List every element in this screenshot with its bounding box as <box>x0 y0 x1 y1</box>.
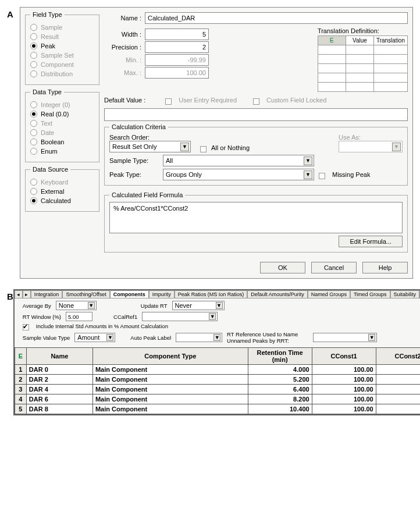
rt-reference-select[interactable]: ▼ <box>313 333 377 342</box>
user-entry-checkbox <box>165 98 172 105</box>
tab-scroll-left[interactable]: ◂ <box>15 290 23 298</box>
tab-suitability[interactable]: Suitability <box>390 290 420 298</box>
radio-enum[interactable] <box>30 148 37 155</box>
table-row[interactable]: 3 DAR 4 Main Component 6.400 100.00 4.00 <box>15 385 420 394</box>
cell-cconst1[interactable]: 100.00 <box>312 365 376 375</box>
radio-external[interactable] <box>30 188 37 195</box>
row-number: 1 <box>15 365 26 375</box>
auto-peak-label-label: Auto Peak Label <box>130 335 171 341</box>
radio-date-label: Date <box>41 129 54 136</box>
radio-boolean-label: Boolean <box>41 138 64 145</box>
edit-formula-button[interactable]: Edit Formula... <box>339 236 403 247</box>
cell-rt[interactable]: 10.400 <box>248 404 312 414</box>
cell-name[interactable]: DAR 4 <box>26 385 92 394</box>
col-retention-time[interactable]: Retention Time (min) <box>248 348 312 365</box>
tab-named-groups[interactable]: Named Groups <box>308 290 350 298</box>
all-or-nothing-checkbox[interactable] <box>200 146 207 152</box>
tab-integration[interactable]: Integration <box>31 290 63 298</box>
cell-name[interactable]: DAR 8 <box>26 404 92 414</box>
cell-cconst1[interactable]: 100.00 <box>312 404 376 414</box>
sample-value-type-select[interactable]: Amount ▼ <box>74 333 115 342</box>
tab-impurity[interactable]: Impurity <box>149 290 175 298</box>
cancel-button[interactable]: Cancel <box>311 262 357 273</box>
tab-timed-groups[interactable]: Timed Groups <box>350 290 390 298</box>
cell-type[interactable]: Main Component <box>92 404 248 414</box>
rt-window-label: RT Window (%) <box>23 314 61 320</box>
average-by-label: Average By <box>23 303 51 309</box>
ok-button[interactable]: OK <box>260 262 305 273</box>
tab-components[interactable]: Components <box>110 290 149 298</box>
col-cconst2[interactable]: CConst2 <box>376 348 420 365</box>
dropdown-arrow-icon: ▼ <box>304 157 312 165</box>
col-cconst1[interactable]: CConst1 <box>312 348 376 365</box>
translation-table: E Value Translation <box>318 35 408 92</box>
calculated-field-formula-group: Calculated Field Formula % Area/CConst1*… <box>104 191 408 253</box>
cell-rt[interactable]: 8.200 <box>248 394 312 404</box>
cell-cconst2[interactable]: 8.00 <box>376 404 420 414</box>
cell-cconst1[interactable]: 100.00 <box>312 394 376 404</box>
radio-real[interactable] <box>30 111 37 118</box>
table-row[interactable]: 2 DAR 2 Main Component 5.200 100.00 2.00 <box>15 375 420 385</box>
dropdown-arrow-icon: ▼ <box>213 334 220 341</box>
cell-cconst1[interactable]: 100.00 <box>312 385 376 394</box>
sample-type-value: All <box>166 157 173 164</box>
cell-name[interactable]: DAR 6 <box>26 394 92 404</box>
cell-rt[interactable]: 6.400 <box>248 385 312 394</box>
table-row[interactable]: 1 DAR 0 Main Component 4.000 100.00 0.00 <box>15 365 420 375</box>
all-or-nothing-label: All or Nothing <box>211 144 250 151</box>
cell-rt[interactable]: 5.200 <box>248 375 312 385</box>
average-by-select[interactable]: None ▼ <box>56 301 97 310</box>
search-order-select[interactable]: Result Set Only ▼ <box>109 141 191 152</box>
default-value-label: Default Value : <box>104 97 145 104</box>
col-component-type[interactable]: Component Type <box>92 348 248 365</box>
radio-calculated-label: Calculated <box>41 197 71 204</box>
tab-peak-ratios[interactable]: Peak Ratios (MS Ion Ratios) <box>175 290 248 298</box>
ccalref1-select[interactable]: ▼ <box>142 312 218 321</box>
table-row[interactable]: 5 DAR 8 Main Component 10.400 100.00 8.0… <box>15 404 420 414</box>
missing-peak-checkbox[interactable] <box>319 173 325 179</box>
sample-value-type-value: Amount <box>77 334 99 341</box>
cell-type[interactable]: Main Component <box>92 394 248 404</box>
include-internal-checkbox[interactable] <box>23 324 29 330</box>
radio-calculated[interactable] <box>30 197 37 204</box>
cell-type[interactable]: Main Component <box>92 375 248 385</box>
radio-peak[interactable] <box>30 42 37 49</box>
max-label: Max. : <box>104 69 141 76</box>
name-input[interactable] <box>145 12 408 24</box>
cell-cconst2[interactable]: 2.00 <box>376 375 420 385</box>
cell-cconst2[interactable]: 0.00 <box>376 365 420 375</box>
dropdown-arrow-icon: ▼ <box>304 170 312 179</box>
radio-keyboard-label: Keyboard <box>41 179 68 186</box>
cell-cconst2[interactable]: 4.00 <box>376 385 420 394</box>
col-name[interactable]: Name <box>26 348 92 365</box>
row-number: 2 <box>15 375 26 385</box>
field-type-legend: Field Type <box>30 11 65 18</box>
cell-name[interactable]: DAR 0 <box>26 365 92 375</box>
rt-window-input[interactable] <box>66 312 92 321</box>
cell-name[interactable]: DAR 2 <box>26 375 92 385</box>
sample-type-select[interactable]: All ▼ <box>163 155 314 166</box>
radio-sample-label: Sample <box>41 24 62 31</box>
cell-type[interactable]: Main Component <box>92 385 248 394</box>
cell-cconst2[interactable]: 6.00 <box>376 394 420 404</box>
table-corner-icon: E <box>318 36 346 45</box>
tab-smoothing-offset[interactable]: Smoothing/Offset <box>62 290 109 298</box>
tab-scroll-right[interactable]: ▸ <box>23 290 31 298</box>
cell-rt[interactable]: 4.000 <box>248 365 312 375</box>
cell-cconst1[interactable]: 100.00 <box>312 375 376 385</box>
dropdown-arrow-icon: ▼ <box>368 334 375 341</box>
precision-input[interactable] <box>145 41 209 53</box>
update-rt-select[interactable]: Never ▼ <box>172 301 225 310</box>
width-input[interactable] <box>145 29 209 40</box>
radio-result <box>30 33 37 40</box>
formula-textarea[interactable]: % Area/CConst1*CConst2 <box>109 202 403 233</box>
table-row[interactable]: 4 DAR 6 Main Component 8.200 100.00 6.00 <box>15 394 420 404</box>
help-button[interactable]: Help <box>362 262 408 273</box>
auto-peak-label-select[interactable]: ▼ <box>176 333 222 342</box>
peak-type-select[interactable]: Groups Only ▼ <box>163 169 314 180</box>
calculated-field-formula-legend: Calculated Field Formula <box>109 191 185 198</box>
radio-integer-label: Integer (0) <box>41 101 70 108</box>
cell-type[interactable]: Main Component <box>92 365 248 375</box>
tab-default-amounts[interactable]: Default Amounts/Purity <box>247 290 308 298</box>
radio-boolean[interactable] <box>30 138 37 145</box>
